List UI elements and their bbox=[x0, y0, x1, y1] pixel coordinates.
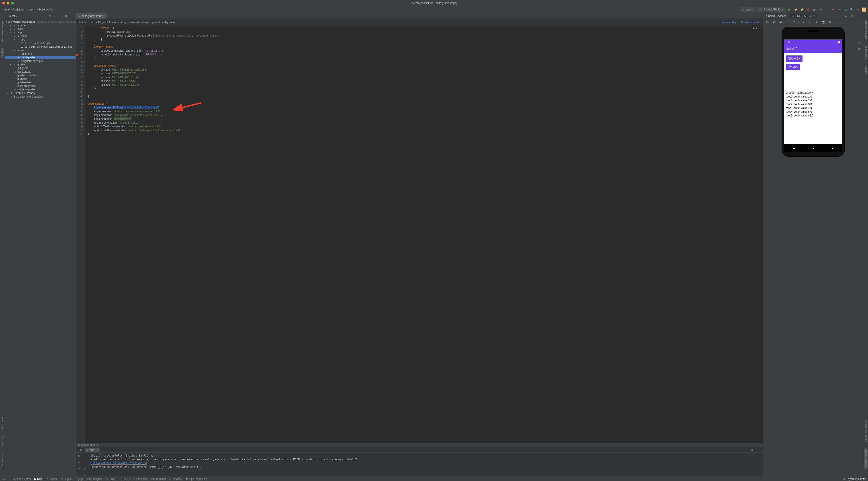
rail-project[interactable]: Project bbox=[1, 47, 4, 58]
soft-wrap-icon[interactable]: ⤶ bbox=[76, 466, 81, 471]
tree-item-src[interactable]: ▸▸src bbox=[5, 49, 75, 52]
nav-back-icon[interactable]: ◀ bbox=[793, 147, 795, 150]
breadcrumb-file[interactable]: build.gradle bbox=[39, 8, 53, 11]
emu-volume-down-icon[interactable]: 🔉 bbox=[778, 20, 783, 25]
bottom-tool-profiler[interactable]: ◔ Profiler bbox=[46, 477, 57, 481]
tree-item--idea[interactable]: ▸▸.idea bbox=[5, 27, 75, 31]
scroll-to-end-icon[interactable]: ⤓ bbox=[76, 473, 81, 477]
rail-gradle[interactable]: Gradle bbox=[864, 65, 868, 75]
avd-manager-icon[interactable]: ▭ bbox=[837, 7, 842, 12]
run-configuration-combo[interactable]: ▸ app ▾ bbox=[740, 7, 755, 12]
rail-running-devices[interactable]: Running Devices bbox=[864, 448, 868, 470]
emu-rotate-left-icon[interactable]: ↶ bbox=[785, 20, 790, 25]
tree-item-external-libraries[interactable]: ▸⎘External Libraries bbox=[5, 91, 75, 95]
coverage-icon[interactable]: ◧ bbox=[812, 7, 817, 12]
expand-all-icon[interactable]: ⇥ bbox=[58, 13, 63, 19]
bottom-tool-run[interactable]: ▶ Run bbox=[34, 477, 42, 481]
emu-rotate-right-icon[interactable]: ↷ bbox=[792, 20, 797, 25]
zoom-window-button[interactable] bbox=[11, 2, 14, 4]
breadcrumb-root[interactable]: InventoryAssistant bbox=[2, 8, 24, 11]
profile-icon[interactable]: ◔ bbox=[818, 7, 823, 12]
emu-home-button[interactable]: ● bbox=[807, 20, 812, 25]
banner-hide-link[interactable]: Hide notification bbox=[741, 21, 760, 24]
zoom-in-icon[interactable]: ＋ bbox=[857, 27, 862, 32]
sync-project-icon[interactable]: ↺ bbox=[734, 7, 739, 12]
filter-icon[interactable]: ⌕ bbox=[83, 466, 88, 471]
emu-overview-button[interactable]: ■ bbox=[814, 20, 819, 25]
emu-screenshot-icon[interactable]: 📷 bbox=[821, 20, 826, 25]
emulator-frame[interactable]: 9:32 ◢▮ 盘点助手 读取XLSX 写XLSX 从资源中读取XLSX文件 r… bbox=[782, 27, 844, 156]
down-stack-icon[interactable]: ↓ bbox=[83, 460, 88, 465]
run-window-hide-icon[interactable]: — bbox=[756, 447, 761, 452]
panel-hide-icon[interactable]: — bbox=[69, 13, 74, 19]
tree-item-app[interactable]: ▾▸app bbox=[5, 31, 75, 34]
tree-item-poi-3-12-android-a-jar[interactable]: ☰poi-3.12-android-a.jar bbox=[5, 41, 75, 45]
rail-bookmarks[interactable]: Bookmarks bbox=[1, 415, 4, 430]
rail-build-variants[interactable]: Build Variants bbox=[1, 452, 4, 470]
layout-inspector-button[interactable]: ▦ Layout Inspector bbox=[843, 477, 866, 481]
run-tab-app[interactable]: ▸ app × bbox=[85, 448, 100, 452]
close-window-button[interactable] bbox=[2, 2, 5, 4]
stop-button[interactable]: ■ bbox=[831, 7, 835, 12]
rail-device-manager[interactable]: Device Manager bbox=[864, 20, 868, 40]
collapse-all-icon[interactable]: ⇤ bbox=[53, 13, 58, 19]
navigation-breadcrumb[interactable]: InventoryAssistant〉 app〉 ⸙ build.gradle bbox=[2, 7, 53, 11]
minimize-window-button[interactable] bbox=[7, 2, 9, 4]
tree-item--gradle[interactable]: ▸▸.gradle bbox=[5, 24, 75, 27]
up-stack-icon[interactable]: ↑ bbox=[83, 454, 88, 459]
user-avatar[interactable] bbox=[862, 7, 866, 12]
debug-button[interactable]: 🐞 bbox=[806, 7, 810, 12]
tree-item-scratches-and-consoles[interactable]: ▸✎Scratches and Consoles bbox=[5, 95, 75, 98]
tree-item-poi-ooxml-schemas-3-12-20150511-a-jar[interactable]: ☰poi-ooxml-schemas-3.12-20150511-a.jar bbox=[5, 45, 75, 49]
settings-gear-icon[interactable]: ⚙ bbox=[856, 7, 861, 12]
rerun-icon[interactable]: ↻ bbox=[76, 454, 81, 459]
tree-item-proguard-rules-pro[interactable]: ▪proguard-rules.pro bbox=[5, 59, 75, 63]
stop-process-icon[interactable]: ■ bbox=[76, 460, 81, 465]
zoom-fit-icon[interactable]: ▣ bbox=[857, 46, 862, 51]
bottom-hide-icon[interactable]: ▭ bbox=[2, 477, 7, 481]
tree-item-build[interactable]: ▾▸build bbox=[5, 34, 75, 38]
read-xlsx-button[interactable]: 读取XLSX bbox=[786, 56, 803, 62]
editor-gutter[interactable]: 2324252627282930313233343536373839404142… bbox=[76, 25, 85, 443]
sdk-manager-icon[interactable]: ▤ bbox=[843, 7, 848, 12]
tree-root-name[interactable]: InventoryAssistant bbox=[11, 20, 35, 23]
panel-settings-icon[interactable]: ⚙ bbox=[63, 13, 68, 19]
rail-notifications[interactable]: Notifications bbox=[864, 44, 868, 61]
editor-tab-build-gradle[interactable]: ⸙ build.gradle (:app) bbox=[76, 13, 106, 19]
apply-code-icon[interactable]: ⚡ bbox=[799, 7, 804, 12]
emu-more-icon[interactable]: ⋮ bbox=[834, 20, 839, 25]
tree-item-local-properties[interactable]: ▪local.properties bbox=[5, 84, 75, 88]
tree-item-libs[interactable]: ▾▸libs bbox=[5, 38, 75, 41]
tree-item-build-gradle[interactable]: ⸙build.gradle bbox=[5, 70, 75, 73]
emu-window-mode-icon[interactable]: ▣ bbox=[843, 13, 848, 19]
inspection-widget[interactable]: ⚠ 1 ˆˇ bbox=[752, 26, 761, 29]
tree-item--gitignore[interactable]: ▪.gitignore bbox=[5, 66, 75, 70]
apply-changes-icon[interactable]: ⚡ bbox=[793, 7, 798, 12]
project-tree[interactable]: ▾▣ InventoryAssistant ~/AndroidStudioPro… bbox=[5, 19, 75, 476]
layout-icon[interactable]: ▭ bbox=[83, 473, 88, 477]
device-selector-combo[interactable]: Pixel 2 API 30 ▾ bbox=[756, 7, 785, 12]
emu-power-icon[interactable]: ⏻ bbox=[765, 20, 770, 25]
tree-item-gradlew-bat[interactable]: ▪gradlew.bat bbox=[5, 81, 75, 84]
tree-item-settings-gradle[interactable]: ⸙settings.gradle bbox=[5, 88, 75, 91]
run-console[interactable]: Install successfully finished in 732 ms.… bbox=[88, 452, 763, 481]
emu-hide-icon[interactable]: — bbox=[857, 13, 861, 19]
rail-device-file-explorer[interactable]: Device File Explorer bbox=[864, 419, 868, 444]
editor-breadcrumb-path[interactable]: dependencies{} bbox=[76, 443, 763, 447]
banner-open-link[interactable]: Open (⌘;) bbox=[723, 21, 736, 24]
rail-resource-manager[interactable]: Resource Manager bbox=[1, 20, 4, 43]
open-logcat-link[interactable]: Open logcat panel for emulator Pixel_2_A… bbox=[90, 461, 147, 465]
code-editor[interactable]: ▶💡 release { minifyEnabled false proguar… bbox=[85, 25, 763, 443]
zoom-out-icon[interactable]: － bbox=[857, 34, 862, 39]
run-button[interactable]: ▶ bbox=[787, 7, 792, 12]
tree-item-gradle[interactable]: ▸▸gradle bbox=[5, 63, 75, 66]
locate-file-icon[interactable]: ⊕ bbox=[48, 13, 52, 19]
write-xlsx-button[interactable]: 写XLSX bbox=[786, 64, 800, 70]
rail-structure[interactable]: Structure bbox=[1, 435, 4, 447]
tree-item-gradle-properties[interactable]: ▪gradle.properties bbox=[5, 73, 75, 77]
breadcrumb-module[interactable]: app bbox=[28, 8, 33, 11]
emu-back-button[interactable]: ◀ bbox=[801, 20, 806, 25]
emu-settings-icon[interactable]: ⚙ bbox=[850, 13, 855, 19]
tree-item-gradlew[interactable]: ▪gradlew bbox=[5, 77, 75, 81]
nav-overview-icon[interactable]: ■ bbox=[832, 147, 833, 150]
